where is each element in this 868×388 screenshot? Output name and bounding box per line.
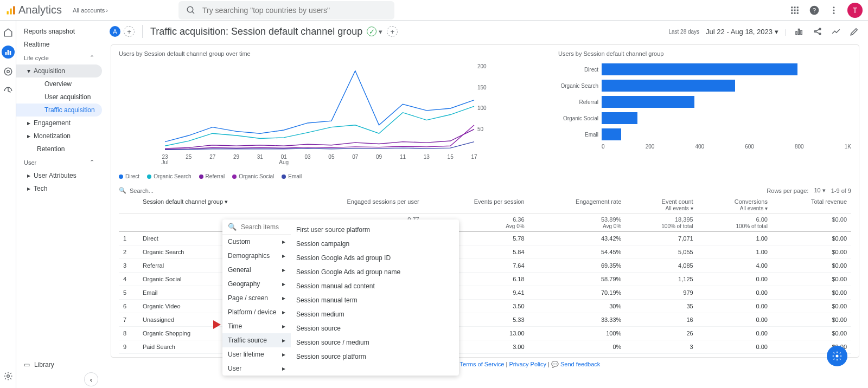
svg-text:50: 50 (477, 126, 484, 132)
sidebar-item-engagement[interactable]: ▸Engagement (16, 117, 102, 130)
nav-rail (0, 21, 16, 388)
reports-icon[interactable] (2, 46, 15, 59)
popup-category-item[interactable]: Platform / device▸ (222, 305, 291, 319)
advertising-icon[interactable] (2, 85, 15, 98)
sidebar-item-realtime[interactable]: Realtime (16, 38, 102, 51)
svg-rect-25 (796, 31, 797, 35)
accounts-label: All accounts (73, 7, 105, 14)
date-label: Last 28 days (668, 29, 699, 35)
svg-rect-8 (791, 9, 793, 11)
footer-link-feedback[interactable]: Send feedback (560, 361, 600, 367)
popup-dimension-item[interactable]: Session Google Ads ad group ID (291, 251, 459, 265)
popup-dimension-item[interactable]: First user source platform (291, 223, 459, 237)
add-comparison-button[interactable]: + (124, 26, 135, 37)
logo[interactable]: Analytics (5, 4, 62, 16)
settings-fab[interactable] (827, 346, 847, 366)
home-icon[interactable] (2, 26, 15, 39)
divider (142, 25, 143, 38)
more-vert-icon[interactable] (828, 4, 840, 16)
sidebar-group-lifecycle[interactable]: Life cycle⌃ (16, 51, 102, 64)
footer-link-tos[interactable]: Terms of Service (460, 361, 505, 367)
sidebar-group-user[interactable]: User⌃ (16, 156, 102, 169)
table-search[interactable]: 🔍 Search... (119, 187, 154, 194)
legend-item[interactable]: Organic Search (147, 173, 191, 179)
svg-text:Jul: Jul (162, 159, 169, 165)
popup-category-item[interactable]: Page / screen▸ (222, 291, 291, 305)
sidebar-item-library[interactable]: ▭ Library (16, 357, 102, 373)
svg-rect-6 (794, 7, 796, 8)
sidebar-item-traffic-acquisition[interactable]: Traffic acquisition (16, 104, 102, 117)
sidebar-item-user-acquisition[interactable]: User acquisition (16, 90, 102, 104)
popup-dimension-item[interactable]: Session source platform (291, 350, 459, 364)
popup-category-item[interactable]: Time▸ (222, 319, 291, 333)
popup-search[interactable]: 🔍 (222, 219, 291, 235)
search-icon (185, 4, 197, 16)
popup-category-item[interactable]: User▸ (222, 361, 291, 376)
edit-icon[interactable] (848, 25, 860, 37)
share-icon[interactable] (812, 25, 824, 37)
customize-icon[interactable] (793, 25, 805, 37)
sidebar-item-overview[interactable]: Overview (16, 77, 102, 90)
chevron-right-icon: ▸ (282, 266, 285, 274)
add-button[interactable]: + (387, 26, 398, 37)
avatar[interactable]: T (847, 3, 863, 18)
apps-icon[interactable] (789, 4, 801, 16)
popup-category-item[interactable]: Demographics▸ (222, 249, 291, 263)
legend-item[interactable]: Referral (199, 173, 225, 179)
feedback-icon: 💬 (551, 361, 559, 367)
sidebar-item-acquisition[interactable]: ▾Acquisition (16, 64, 102, 77)
annotation-arrow-icon (213, 320, 221, 329)
chevron-right-icon: ▸ (282, 252, 285, 260)
popup-dimension-item[interactable]: Session manual ad content (291, 279, 459, 293)
audience-pill[interactable]: A (110, 26, 120, 37)
sidebar-item-user-attributes[interactable]: ▸User Attributes (16, 169, 102, 182)
svg-text:03: 03 (305, 154, 311, 160)
dimension-dropdown[interactable]: Session default channel group ▾ (143, 198, 228, 205)
popup-dimension-item[interactable]: Session manual term (291, 293, 459, 307)
svg-rect-13 (797, 12, 799, 14)
collapse-sidebar-button[interactable]: ‹ (85, 373, 98, 386)
svg-rect-21 (9, 51, 11, 55)
rows-per-page-select[interactable]: 10 ▾ (814, 187, 825, 194)
chevron-up-icon: ⌃ (90, 54, 94, 61)
svg-rect-0 (7, 11, 9, 14)
legend-item[interactable]: Organic Social (232, 173, 274, 179)
svg-rect-1 (10, 8, 11, 14)
legend-item[interactable]: Direct (119, 173, 139, 179)
svg-text:15: 15 (448, 154, 454, 160)
search-input[interactable] (202, 6, 388, 15)
rows-per-page-label: Rows per page: (767, 187, 808, 194)
sidebar-item-tech[interactable]: ▸Tech (16, 182, 102, 195)
popup-category-item[interactable]: Traffic source▸ (222, 333, 291, 347)
chevron-down-icon[interactable]: ▾ (379, 28, 382, 36)
popup-category-item[interactable]: User lifetime▸ (222, 347, 291, 361)
popup-dimension-item[interactable]: Session campaign (291, 237, 459, 251)
accounts-picker[interactable]: All accounts › (73, 7, 108, 14)
popup-dimension-item[interactable]: Session source / medium (291, 335, 459, 350)
svg-point-29 (819, 28, 821, 30)
chevron-right-icon: ▸ (282, 280, 285, 288)
admin-gear-icon[interactable] (2, 370, 15, 383)
svg-text:200: 200 (477, 63, 487, 69)
help-icon[interactable]: ? (808, 4, 820, 16)
footer-link-privacy[interactable]: Privacy Policy (509, 361, 546, 367)
popup-dimension-item[interactable]: Session Google Ads ad group name (291, 265, 459, 279)
popup-category-item[interactable]: Geography▸ (222, 277, 291, 291)
sidebar-item-snapshot[interactable]: Reports snapshot (16, 25, 102, 38)
svg-text:25: 25 (186, 154, 192, 160)
bar-row: Organic Search (558, 77, 851, 94)
sidebar-item-retention[interactable]: Retention (16, 143, 102, 156)
insights-icon[interactable] (830, 25, 842, 37)
legend-item[interactable]: Email (282, 173, 302, 179)
explore-icon[interactable] (2, 65, 15, 78)
svg-text:11: 11 (400, 154, 406, 160)
popup-category-item[interactable]: General▸ (222, 263, 291, 277)
sidebar-item-monetization[interactable]: ▸Monetization (16, 130, 102, 143)
popup-category-item[interactable]: Custom▸ (222, 235, 291, 249)
popup-dimension-item[interactable]: Session source (291, 321, 459, 335)
search-bar[interactable] (178, 1, 394, 20)
popup-dimension-item[interactable]: Session medium (291, 307, 459, 321)
chevron-right-icon: ▸ (282, 294, 285, 302)
date-range-picker[interactable]: Jul 22 - Aug 18, 2023 ▾ (706, 28, 778, 36)
check-circle-icon[interactable]: ✓ (367, 27, 376, 36)
